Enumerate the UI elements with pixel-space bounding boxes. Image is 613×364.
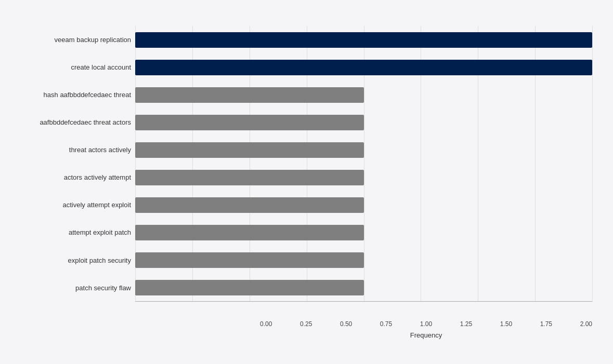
y-axis-label: aafbbddefcedaec threat actors (10, 118, 131, 127)
bar (135, 197, 364, 213)
x-tick-label: 0.75 (380, 320, 392, 328)
bar-row (135, 56, 592, 79)
y-axis-label: actively attempt exploit (10, 201, 131, 209)
bar-row (135, 194, 592, 217)
chart-container: veeam backup replicationcreate local acc… (0, 0, 613, 364)
bar (135, 60, 592, 75)
y-axis-label: attempt exploit patch (10, 228, 131, 237)
bar-row (135, 84, 592, 106)
bar (135, 32, 592, 48)
x-tick-label: 2.00 (580, 320, 592, 328)
grid-line (592, 26, 593, 302)
chart-title (10, 10, 592, 16)
x-axis: 0.000.250.500.751.001.251.501.752.00 (260, 320, 592, 328)
x-tick-label: 1.00 (420, 320, 432, 328)
bar (135, 142, 364, 158)
bar (135, 225, 364, 240)
bar-row (135, 221, 592, 244)
bar (135, 252, 364, 268)
chart-area: veeam backup replicationcreate local acc… (10, 26, 592, 302)
x-tick-label: 1.25 (460, 320, 472, 328)
y-axis-label: exploit patch security (10, 257, 131, 265)
y-axis-label: veeam backup replication (10, 36, 131, 44)
bar-row (135, 29, 592, 51)
x-tick-label: 1.75 (540, 320, 552, 328)
y-axis-label: create local account (10, 63, 131, 72)
x-tick-label: 0.00 (260, 320, 272, 328)
x-tick-label: 1.50 (500, 320, 512, 328)
bar-row (135, 139, 592, 161)
bar-row (135, 111, 592, 134)
bar (135, 115, 364, 130)
y-axis-label: actors actively attempt (10, 173, 131, 182)
bar (135, 170, 364, 185)
y-axis-label: patch security flaw (10, 284, 131, 292)
bars-area: 0.000.250.500.751.001.251.501.752.00Freq… (135, 26, 592, 302)
bar-row (135, 249, 592, 272)
x-axis-label: Frequency (260, 331, 592, 339)
y-axis-label: hash aafbbddefcedaec threat (10, 91, 131, 99)
x-tick-label: 0.50 (340, 320, 352, 328)
bar (135, 87, 364, 103)
bar-row (135, 276, 592, 299)
bar (135, 280, 364, 295)
x-tick-label: 0.25 (300, 320, 312, 328)
y-axis-labels: veeam backup replicationcreate local acc… (10, 26, 135, 302)
y-axis-label: threat actors actively (10, 146, 131, 154)
bar-row (135, 166, 592, 189)
